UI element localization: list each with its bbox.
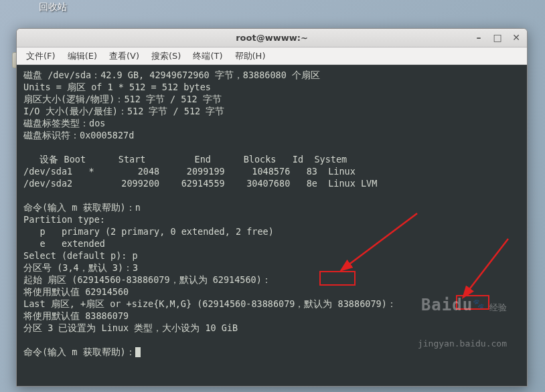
term-line: 将使用默认值 62914560 <box>23 286 129 297</box>
term-line: I/O 大小(最小/最佳)：512 字节 / 512 字节 <box>23 106 224 116</box>
term-line: p primary (2 primary, 0 extended, 2 free… <box>23 226 274 237</box>
term-line: 起始 扇区 (62914560-83886079，默认为 62914560)： <box>23 274 271 285</box>
menu-file[interactable]: 文件(F) <box>21 49 61 64</box>
term-line: 磁盘标签类型：dos <box>23 118 105 128</box>
annotation-box-2 <box>456 295 489 310</box>
terminal-window: root@wwww:~ – □ ✕ 文件(F) 编辑(E) 查看(V) 搜索(S… <box>16 28 528 387</box>
watermark: Baidu🐾 经验 jingyan.baidu.com <box>418 274 507 374</box>
maximize-button[interactable]: □ <box>491 31 504 43</box>
menu-search[interactable]: 搜索(S) <box>146 49 186 64</box>
term-line: Select (default p): p <box>23 250 138 261</box>
menu-view[interactable]: 查看(V) <box>104 49 145 64</box>
watermark-cn: 经验 <box>489 302 507 312</box>
annotation-arrow-2 <box>456 233 516 300</box>
svg-line-0 <box>347 213 417 266</box>
term-line: 将使用默认值 83886079 <box>23 310 129 321</box>
term-line: Units = 扇区 of 1 * 512 = 512 bytes <box>23 82 211 92</box>
cursor-icon <box>135 347 141 357</box>
minimize-button[interactable]: – <box>472 31 485 43</box>
menu-terminal[interactable]: 终端(T) <box>187 49 228 64</box>
svg-line-1 <box>468 239 508 291</box>
term-line: 分区号 (3,4，默认 3)：3 <box>23 262 138 273</box>
term-line: Partition type: <box>23 214 105 225</box>
close-button[interactable]: ✕ <box>510 31 523 43</box>
watermark-url: jingyan.baidu.com <box>418 338 507 350</box>
terminal-content[interactable]: 磁盘 /dev/sda：42.9 GB, 42949672960 字节，8388… <box>17 65 527 386</box>
annotation-box-1 <box>319 271 356 286</box>
term-line: /dev/sda1 * 2048 2099199 1048576 83 Linu… <box>23 166 356 177</box>
term-line: 分区 3 已设置为 Linux 类型，大小设为 10 GiB <box>23 322 238 333</box>
term-line: 命令(输入 m 获取帮助)： <box>23 347 135 357</box>
term-line: e extended <box>23 238 105 249</box>
window-title: root@wwww:~ <box>236 33 308 43</box>
term-line: 磁盘 /dev/sda：42.9 GB, 42949672960 字节，8388… <box>23 70 320 80</box>
titlebar[interactable]: root@wwww:~ – □ ✕ <box>17 29 527 47</box>
window-controls: – □ ✕ <box>472 31 523 43</box>
term-line: 命令(输入 m 获取帮助)：n <box>23 202 141 213</box>
term-line: 扇区大小(逻辑/物理)：512 字节 / 512 字节 <box>23 94 222 104</box>
term-line: /dev/sda2 2099200 62914559 30407680 8e L… <box>23 178 377 189</box>
menu-edit[interactable]: 编辑(E) <box>62 49 102 64</box>
menubar: 文件(F) 编辑(E) 查看(V) 搜索(S) 终端(T) 帮助(H) <box>17 47 527 65</box>
menu-help[interactable]: 帮助(H) <box>230 49 271 64</box>
term-line: 磁盘标识符：0x0005827d <box>23 130 134 140</box>
term-line: 设备 Boot Start End Blocks Id System <box>23 154 347 165</box>
annotation-arrow-1 <box>338 208 425 275</box>
desktop-trash-label: 回收站 <box>39 1 67 13</box>
term-line: Last 扇区, +扇区 or +size{K,M,G} (62914560-8… <box>23 298 396 309</box>
